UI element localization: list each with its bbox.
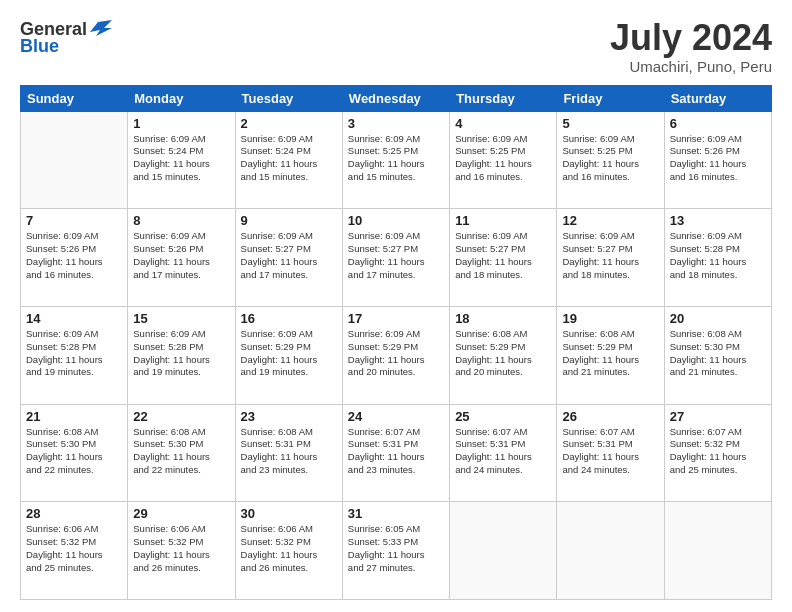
calendar-cell: 14Sunrise: 6:09 AMSunset: 5:28 PMDayligh… [21,306,128,404]
location: Umachiri, Puno, Peru [610,58,772,75]
calendar-cell: 4Sunrise: 6:09 AMSunset: 5:25 PMDaylight… [450,111,557,209]
calendar-cell: 12Sunrise: 6:09 AMSunset: 5:27 PMDayligh… [557,209,664,307]
title-block: July 2024 Umachiri, Puno, Peru [610,18,772,75]
calendar-cell: 11Sunrise: 6:09 AMSunset: 5:27 PMDayligh… [450,209,557,307]
day-number: 9 [241,213,337,228]
day-info: Sunrise: 6:07 AMSunset: 5:32 PMDaylight:… [670,426,766,477]
day-info: Sunrise: 6:09 AMSunset: 5:26 PMDaylight:… [670,133,766,184]
page: General Blue July 2024 Umachiri, Puno, P… [0,0,792,612]
calendar-cell: 25Sunrise: 6:07 AMSunset: 5:31 PMDayligh… [450,404,557,502]
calendar-cell: 18Sunrise: 6:08 AMSunset: 5:29 PMDayligh… [450,306,557,404]
calendar-cell: 31Sunrise: 6:05 AMSunset: 5:33 PMDayligh… [342,502,449,600]
day-number: 5 [562,116,658,131]
calendar-header-wednesday: Wednesday [342,85,449,111]
day-number: 20 [670,311,766,326]
day-number: 15 [133,311,229,326]
calendar-cell: 21Sunrise: 6:08 AMSunset: 5:30 PMDayligh… [21,404,128,502]
day-info: Sunrise: 6:09 AMSunset: 5:28 PMDaylight:… [26,328,122,379]
day-number: 6 [670,116,766,131]
day-number: 16 [241,311,337,326]
calendar-cell: 16Sunrise: 6:09 AMSunset: 5:29 PMDayligh… [235,306,342,404]
day-info: Sunrise: 6:08 AMSunset: 5:29 PMDaylight:… [562,328,658,379]
day-info: Sunrise: 6:09 AMSunset: 5:26 PMDaylight:… [26,230,122,281]
day-info: Sunrise: 6:08 AMSunset: 5:29 PMDaylight:… [455,328,551,379]
day-info: Sunrise: 6:09 AMSunset: 5:24 PMDaylight:… [133,133,229,184]
calendar-week-row: 1Sunrise: 6:09 AMSunset: 5:24 PMDaylight… [21,111,772,209]
day-number: 13 [670,213,766,228]
day-number: 21 [26,409,122,424]
calendar-cell: 19Sunrise: 6:08 AMSunset: 5:29 PMDayligh… [557,306,664,404]
day-number: 4 [455,116,551,131]
calendar-cell: 28Sunrise: 6:06 AMSunset: 5:32 PMDayligh… [21,502,128,600]
logo-blue-text: Blue [20,36,59,57]
calendar-week-row: 21Sunrise: 6:08 AMSunset: 5:30 PMDayligh… [21,404,772,502]
day-info: Sunrise: 6:07 AMSunset: 5:31 PMDaylight:… [455,426,551,477]
calendar-table: SundayMondayTuesdayWednesdayThursdayFrid… [20,85,772,600]
day-info: Sunrise: 6:06 AMSunset: 5:32 PMDaylight:… [241,523,337,574]
day-number: 3 [348,116,444,131]
calendar-week-row: 14Sunrise: 6:09 AMSunset: 5:28 PMDayligh… [21,306,772,404]
day-number: 31 [348,506,444,521]
day-info: Sunrise: 6:09 AMSunset: 5:27 PMDaylight:… [455,230,551,281]
calendar-cell: 6Sunrise: 6:09 AMSunset: 5:26 PMDaylight… [664,111,771,209]
calendar-header-saturday: Saturday [664,85,771,111]
day-number: 11 [455,213,551,228]
calendar-cell: 27Sunrise: 6:07 AMSunset: 5:32 PMDayligh… [664,404,771,502]
calendar-cell: 30Sunrise: 6:06 AMSunset: 5:32 PMDayligh… [235,502,342,600]
day-info: Sunrise: 6:09 AMSunset: 5:29 PMDaylight:… [241,328,337,379]
day-info: Sunrise: 6:08 AMSunset: 5:31 PMDaylight:… [241,426,337,477]
day-number: 17 [348,311,444,326]
day-info: Sunrise: 6:09 AMSunset: 5:25 PMDaylight:… [455,133,551,184]
day-number: 27 [670,409,766,424]
day-number: 25 [455,409,551,424]
day-info: Sunrise: 6:08 AMSunset: 5:30 PMDaylight:… [670,328,766,379]
calendar-cell: 13Sunrise: 6:09 AMSunset: 5:28 PMDayligh… [664,209,771,307]
calendar-cell: 26Sunrise: 6:07 AMSunset: 5:31 PMDayligh… [557,404,664,502]
calendar-cell: 1Sunrise: 6:09 AMSunset: 5:24 PMDaylight… [128,111,235,209]
calendar-cell: 8Sunrise: 6:09 AMSunset: 5:26 PMDaylight… [128,209,235,307]
day-info: Sunrise: 6:09 AMSunset: 5:27 PMDaylight:… [348,230,444,281]
calendar-cell: 9Sunrise: 6:09 AMSunset: 5:27 PMDaylight… [235,209,342,307]
day-info: Sunrise: 6:09 AMSunset: 5:24 PMDaylight:… [241,133,337,184]
calendar-cell: 29Sunrise: 6:06 AMSunset: 5:32 PMDayligh… [128,502,235,600]
day-info: Sunrise: 6:09 AMSunset: 5:28 PMDaylight:… [133,328,229,379]
calendar-week-row: 7Sunrise: 6:09 AMSunset: 5:26 PMDaylight… [21,209,772,307]
day-info: Sunrise: 6:09 AMSunset: 5:27 PMDaylight:… [241,230,337,281]
day-number: 19 [562,311,658,326]
calendar-cell: 15Sunrise: 6:09 AMSunset: 5:28 PMDayligh… [128,306,235,404]
calendar-cell: 2Sunrise: 6:09 AMSunset: 5:24 PMDaylight… [235,111,342,209]
day-number: 12 [562,213,658,228]
svg-marker-0 [90,20,112,36]
day-info: Sunrise: 6:08 AMSunset: 5:30 PMDaylight:… [26,426,122,477]
day-info: Sunrise: 6:06 AMSunset: 5:32 PMDaylight:… [26,523,122,574]
day-info: Sunrise: 6:09 AMSunset: 5:26 PMDaylight:… [133,230,229,281]
day-info: Sunrise: 6:09 AMSunset: 5:25 PMDaylight:… [562,133,658,184]
calendar-header-monday: Monday [128,85,235,111]
day-number: 28 [26,506,122,521]
day-number: 29 [133,506,229,521]
day-number: 18 [455,311,551,326]
calendar-cell: 10Sunrise: 6:09 AMSunset: 5:27 PMDayligh… [342,209,449,307]
calendar-cell: 3Sunrise: 6:09 AMSunset: 5:25 PMDaylight… [342,111,449,209]
day-number: 8 [133,213,229,228]
header: General Blue July 2024 Umachiri, Puno, P… [20,18,772,75]
calendar-header-sunday: Sunday [21,85,128,111]
calendar-header-friday: Friday [557,85,664,111]
day-info: Sunrise: 6:08 AMSunset: 5:30 PMDaylight:… [133,426,229,477]
day-info: Sunrise: 6:09 AMSunset: 5:25 PMDaylight:… [348,133,444,184]
calendar-cell [664,502,771,600]
calendar-header-row: SundayMondayTuesdayWednesdayThursdayFrid… [21,85,772,111]
month-title: July 2024 [610,18,772,58]
day-number: 10 [348,213,444,228]
calendar-header-tuesday: Tuesday [235,85,342,111]
day-number: 23 [241,409,337,424]
calendar-cell [450,502,557,600]
day-number: 7 [26,213,122,228]
calendar-cell: 5Sunrise: 6:09 AMSunset: 5:25 PMDaylight… [557,111,664,209]
day-info: Sunrise: 6:09 AMSunset: 5:27 PMDaylight:… [562,230,658,281]
day-info: Sunrise: 6:07 AMSunset: 5:31 PMDaylight:… [562,426,658,477]
day-info: Sunrise: 6:09 AMSunset: 5:28 PMDaylight:… [670,230,766,281]
calendar-cell: 17Sunrise: 6:09 AMSunset: 5:29 PMDayligh… [342,306,449,404]
day-info: Sunrise: 6:05 AMSunset: 5:33 PMDaylight:… [348,523,444,574]
day-number: 1 [133,116,229,131]
